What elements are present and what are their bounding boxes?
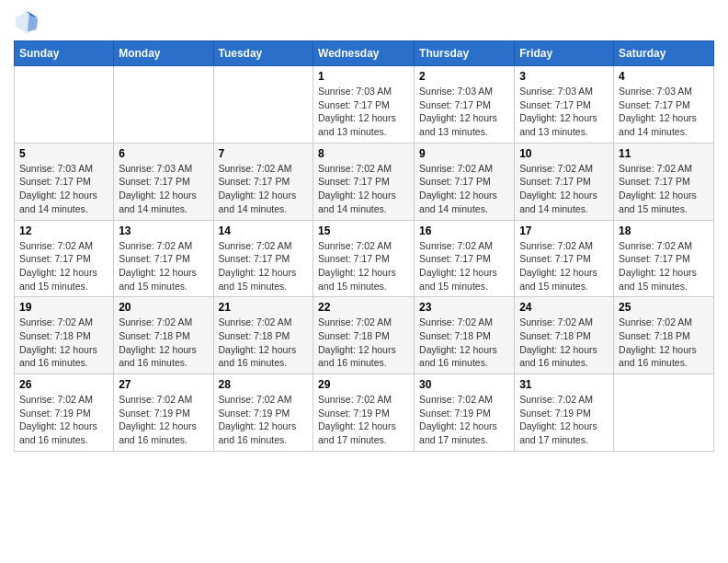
day-number: 20 <box>119 301 208 314</box>
calendar-cell: 18Sunrise: 7:02 AM Sunset: 7:17 PM Dayli… <box>614 220 714 297</box>
day-number: 17 <box>519 224 609 237</box>
calendar-cell: 20Sunrise: 7:02 AM Sunset: 7:18 PM Dayli… <box>114 297 213 374</box>
day-info: Sunrise: 7:03 AM Sunset: 7:17 PM Dayligh… <box>619 85 709 139</box>
day-number: 1 <box>318 70 409 83</box>
calendar-cell: 7Sunrise: 7:02 AM Sunset: 7:17 PM Daylig… <box>213 143 313 220</box>
calendar-cell: 6Sunrise: 7:03 AM Sunset: 7:17 PM Daylig… <box>114 143 213 220</box>
day-number: 13 <box>119 224 208 237</box>
day-number: 15 <box>318 224 409 237</box>
day-info: Sunrise: 7:02 AM Sunset: 7:17 PM Dayligh… <box>318 239 409 293</box>
day-number: 14 <box>219 224 309 237</box>
calendar-cell: 26Sunrise: 7:02 AM Sunset: 7:19 PM Dayli… <box>15 374 114 452</box>
day-info: Sunrise: 7:02 AM Sunset: 7:18 PM Dayligh… <box>119 316 208 370</box>
day-info: Sunrise: 7:02 AM Sunset: 7:17 PM Dayligh… <box>419 239 509 293</box>
day-info: Sunrise: 7:02 AM Sunset: 7:18 PM Dayligh… <box>519 316 609 370</box>
calendar-cell: 12Sunrise: 7:02 AM Sunset: 7:17 PM Dayli… <box>15 220 114 297</box>
day-number: 21 <box>219 301 309 314</box>
day-info: Sunrise: 7:03 AM Sunset: 7:17 PM Dayligh… <box>419 85 509 139</box>
header-sunday: Sunday <box>15 41 114 66</box>
day-info: Sunrise: 7:02 AM Sunset: 7:18 PM Dayligh… <box>419 316 509 370</box>
day-number: 19 <box>19 301 108 314</box>
calendar-cell: 4Sunrise: 7:03 AM Sunset: 7:17 PM Daylig… <box>614 66 714 144</box>
day-number: 5 <box>19 147 108 160</box>
calendar-cell <box>114 66 213 144</box>
day-number: 10 <box>519 147 609 160</box>
calendar-cell: 5Sunrise: 7:03 AM Sunset: 7:17 PM Daylig… <box>15 143 114 220</box>
calendar-cell: 2Sunrise: 7:03 AM Sunset: 7:17 PM Daylig… <box>415 66 515 144</box>
calendar-cell: 10Sunrise: 7:02 AM Sunset: 7:17 PM Dayli… <box>515 143 614 220</box>
header-saturday: Saturday <box>614 41 714 66</box>
day-number: 26 <box>19 378 108 391</box>
day-info: Sunrise: 7:03 AM Sunset: 7:17 PM Dayligh… <box>318 85 409 139</box>
day-info: Sunrise: 7:02 AM Sunset: 7:17 PM Dayligh… <box>318 162 409 216</box>
header <box>14 9 714 35</box>
header-thursday: Thursday <box>415 41 515 66</box>
day-number: 30 <box>419 378 509 391</box>
calendar-cell: 27Sunrise: 7:02 AM Sunset: 7:19 PM Dayli… <box>114 374 213 452</box>
day-number: 23 <box>419 301 509 314</box>
calendar-cell: 28Sunrise: 7:02 AM Sunset: 7:19 PM Dayli… <box>213 374 313 452</box>
calendar-cell: 3Sunrise: 7:03 AM Sunset: 7:17 PM Daylig… <box>515 66 614 144</box>
calendar-cell: 23Sunrise: 7:02 AM Sunset: 7:18 PM Dayli… <box>415 297 515 374</box>
calendar-cell: 16Sunrise: 7:02 AM Sunset: 7:17 PM Dayli… <box>415 220 515 297</box>
calendar-cell: 24Sunrise: 7:02 AM Sunset: 7:18 PM Dayli… <box>515 297 614 374</box>
calendar-cell: 30Sunrise: 7:02 AM Sunset: 7:19 PM Dayli… <box>415 374 515 452</box>
day-info: Sunrise: 7:02 AM Sunset: 7:19 PM Dayligh… <box>419 393 509 447</box>
calendar-week-row: 26Sunrise: 7:02 AM Sunset: 7:19 PM Dayli… <box>15 374 714 452</box>
day-info: Sunrise: 7:02 AM Sunset: 7:19 PM Dayligh… <box>519 393 609 447</box>
calendar-cell: 15Sunrise: 7:02 AM Sunset: 7:17 PM Dayli… <box>313 220 415 297</box>
logo <box>14 9 43 35</box>
day-info: Sunrise: 7:02 AM Sunset: 7:17 PM Dayligh… <box>519 162 609 216</box>
day-info: Sunrise: 7:02 AM Sunset: 7:17 PM Dayligh… <box>119 239 208 293</box>
day-number: 18 <box>619 224 709 237</box>
day-number: 22 <box>318 301 409 314</box>
calendar-cell: 25Sunrise: 7:02 AM Sunset: 7:18 PM Dayli… <box>614 297 714 374</box>
calendar-week-row: 1Sunrise: 7:03 AM Sunset: 7:17 PM Daylig… <box>15 66 714 144</box>
day-number: 9 <box>419 147 509 160</box>
logo-icon <box>14 9 40 35</box>
day-number: 27 <box>119 378 208 391</box>
calendar-cell <box>614 374 714 452</box>
day-info: Sunrise: 7:02 AM Sunset: 7:18 PM Dayligh… <box>619 316 709 370</box>
day-number: 25 <box>619 301 709 314</box>
day-info: Sunrise: 7:02 AM Sunset: 7:19 PM Dayligh… <box>318 393 409 447</box>
header-friday: Friday <box>515 41 614 66</box>
day-info: Sunrise: 7:02 AM Sunset: 7:17 PM Dayligh… <box>519 239 609 293</box>
calendar-header-row: SundayMondayTuesdayWednesdayThursdayFrid… <box>15 41 714 66</box>
day-number: 29 <box>318 378 409 391</box>
day-number: 16 <box>419 224 509 237</box>
day-info: Sunrise: 7:02 AM Sunset: 7:18 PM Dayligh… <box>318 316 409 370</box>
day-number: 2 <box>419 70 509 83</box>
day-info: Sunrise: 7:02 AM Sunset: 7:19 PM Dayligh… <box>19 393 108 447</box>
day-info: Sunrise: 7:02 AM Sunset: 7:17 PM Dayligh… <box>219 162 309 216</box>
day-info: Sunrise: 7:03 AM Sunset: 7:17 PM Dayligh… <box>519 85 609 139</box>
calendar-cell: 13Sunrise: 7:02 AM Sunset: 7:17 PM Dayli… <box>114 220 213 297</box>
day-info: Sunrise: 7:03 AM Sunset: 7:17 PM Dayligh… <box>119 162 208 216</box>
calendar-cell: 8Sunrise: 7:02 AM Sunset: 7:17 PM Daylig… <box>313 143 415 220</box>
calendar-cell: 14Sunrise: 7:02 AM Sunset: 7:17 PM Dayli… <box>213 220 313 297</box>
day-info: Sunrise: 7:02 AM Sunset: 7:17 PM Dayligh… <box>19 239 108 293</box>
day-info: Sunrise: 7:02 AM Sunset: 7:19 PM Dayligh… <box>119 393 208 447</box>
header-tuesday: Tuesday <box>213 41 313 66</box>
day-info: Sunrise: 7:02 AM Sunset: 7:19 PM Dayligh… <box>219 393 309 447</box>
day-number: 6 <box>119 147 208 160</box>
calendar-week-row: 5Sunrise: 7:03 AM Sunset: 7:17 PM Daylig… <box>15 143 714 220</box>
calendar-table: SundayMondayTuesdayWednesdayThursdayFrid… <box>14 40 714 452</box>
calendar-cell <box>213 66 313 144</box>
header-monday: Monday <box>114 41 213 66</box>
calendar-cell <box>15 66 114 144</box>
day-number: 31 <box>519 378 609 391</box>
calendar-cell: 19Sunrise: 7:02 AM Sunset: 7:18 PM Dayli… <box>15 297 114 374</box>
day-number: 11 <box>619 147 709 160</box>
calendar-cell: 31Sunrise: 7:02 AM Sunset: 7:19 PM Dayli… <box>515 374 614 452</box>
day-info: Sunrise: 7:02 AM Sunset: 7:17 PM Dayligh… <box>619 162 709 216</box>
calendar-week-row: 12Sunrise: 7:02 AM Sunset: 7:17 PM Dayli… <box>15 220 714 297</box>
calendar-cell: 21Sunrise: 7:02 AM Sunset: 7:18 PM Dayli… <box>213 297 313 374</box>
header-wednesday: Wednesday <box>313 41 415 66</box>
day-number: 7 <box>219 147 309 160</box>
day-number: 12 <box>19 224 108 237</box>
day-info: Sunrise: 7:02 AM Sunset: 7:18 PM Dayligh… <box>19 316 108 370</box>
calendar-cell: 29Sunrise: 7:02 AM Sunset: 7:19 PM Dayli… <box>313 374 415 452</box>
day-number: 3 <box>519 70 609 83</box>
day-number: 28 <box>219 378 309 391</box>
